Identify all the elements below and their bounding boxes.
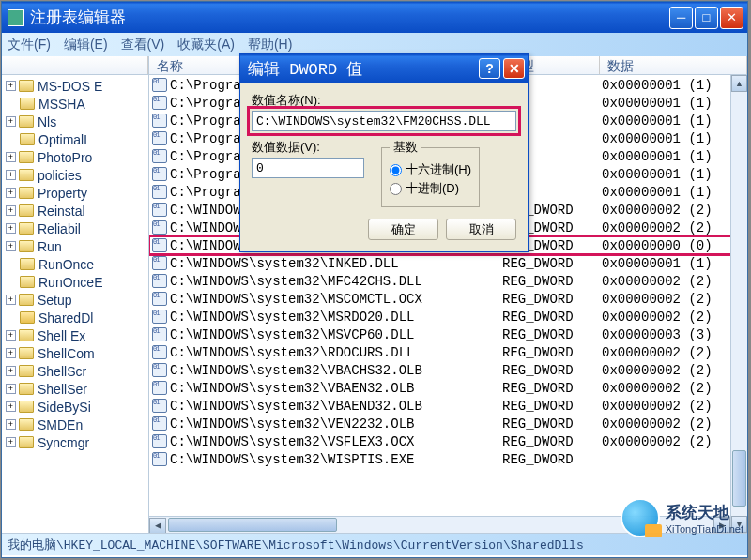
- cell-type: REG_DWORD: [502, 452, 602, 467]
- maximize-button[interactable]: □: [695, 7, 718, 29]
- tree-item[interactable]: +Shell Ex: [2, 326, 148, 344]
- vertical-scrollbar[interactable]: ▲ ▼: [730, 75, 747, 533]
- close-button[interactable]: ✕: [720, 7, 743, 29]
- folder-icon: [20, 311, 35, 324]
- tree-item[interactable]: +SMDEn: [2, 416, 148, 433]
- tree-item[interactable]: OptimalL: [2, 130, 148, 148]
- expand-icon[interactable]: +: [6, 170, 16, 180]
- list-row[interactable]: C:\WINDOWS\system32\VBAEN32.OLBREG_DWORD…: [149, 379, 747, 397]
- tree-label: Reliabil: [38, 221, 81, 236]
- cell-data: 0x00000002 (2): [602, 416, 713, 431]
- expand-icon[interactable]: +: [6, 295, 16, 305]
- ok-button[interactable]: 确定: [368, 219, 438, 240]
- minimize-button[interactable]: ─: [669, 7, 693, 29]
- watermark-line2: XiTongTianDi.net: [666, 523, 743, 535]
- cell-data: 0x00000002 (2): [602, 310, 713, 325]
- expand-icon[interactable]: +: [6, 152, 16, 162]
- watermark-icon: [621, 498, 660, 537]
- list-row[interactable]: C:\WINDOWS\system32\INKED.DLLREG_DWORD0x…: [149, 254, 747, 272]
- cancel-button[interactable]: 取消: [446, 219, 516, 240]
- dialog-help-button[interactable]: ?: [479, 58, 500, 79]
- folder-icon: [19, 436, 34, 448]
- expand-icon[interactable]: +: [6, 223, 16, 234]
- tree-label: Reinstal: [38, 204, 85, 219]
- expand-icon[interactable]: +: [6, 348, 16, 358]
- tree-label: Nls: [38, 114, 56, 129]
- tree-item[interactable]: RunOnceE: [2, 273, 148, 291]
- expand-icon[interactable]: +: [6, 384, 16, 394]
- tree-item[interactable]: MSSHA: [2, 95, 148, 113]
- cell-data: 0x00000001 (1): [602, 149, 713, 164]
- binary-icon: [152, 381, 167, 395]
- list-row[interactable]: C:\WINDOWS\system32\VBAEND32.OLBREG_DWOR…: [149, 397, 747, 415]
- binary-icon: [152, 78, 167, 92]
- tree-label: SideBySi: [38, 400, 91, 415]
- list-row[interactable]: C:\WINDOWS\system32\MSRDO20.DLLREG_DWORD…: [149, 308, 747, 325]
- scroll-thumb-h[interactable]: [168, 518, 337, 532]
- tree-item[interactable]: RunOnce: [2, 255, 148, 273]
- tree-item[interactable]: +Property: [2, 184, 148, 202]
- tree-item[interactable]: +policies: [2, 166, 148, 184]
- menu-file[interactable]: 文件(F): [8, 37, 51, 53]
- tree-label: Setup: [38, 293, 72, 308]
- hex-radio[interactable]: [390, 164, 402, 176]
- expand-icon[interactable]: +: [6, 366, 16, 376]
- edit-dword-dialog: 编辑 DWORD 值 ? ✕ 数值名称(N): 数值数据(V): 基数 十六进制…: [239, 53, 529, 252]
- expand-icon[interactable]: +: [6, 241, 16, 251]
- expand-icon[interactable]: +: [6, 205, 16, 216]
- list-row[interactable]: C:\WINDOWS\system32\WISPTIS.EXEREG_DWORD: [149, 450, 747, 468]
- menu-view[interactable]: 查看(V): [121, 37, 165, 53]
- tree-item[interactable]: +ShellScr: [2, 362, 148, 380]
- tree-item[interactable]: +Run: [2, 237, 148, 255]
- tree-item[interactable]: +PhotoPro: [2, 148, 148, 166]
- list-row[interactable]: C:\WINDOWS\system32\RDOCURS.DLLREG_DWORD…: [149, 343, 747, 361]
- tree-item[interactable]: +Syncmgr: [2, 433, 148, 451]
- tree-item[interactable]: SharedDl: [2, 309, 148, 326]
- tree-item[interactable]: +Reliabil: [2, 219, 148, 237]
- expand-icon[interactable]: +: [6, 437, 16, 447]
- tree-item[interactable]: +Nls: [2, 113, 148, 130]
- tree-item[interactable]: +SideBySi: [2, 398, 148, 416]
- expand-icon[interactable]: +: [6, 401, 16, 412]
- tree-item[interactable]: +ShellCom: [2, 344, 148, 362]
- value-data-input[interactable]: [252, 158, 364, 178]
- tree-item[interactable]: +Setup: [2, 291, 148, 309]
- list-row[interactable]: C:\WINDOWS\system32\VSFLEX3.OCXREG_DWORD…: [149, 432, 747, 450]
- dialog-close-button[interactable]: ✕: [503, 58, 525, 79]
- list-row[interactable]: C:\WINDOWS\system32\VEN2232.OLBREG_DWORD…: [149, 415, 747, 432]
- menu-edit[interactable]: 编辑(E): [64, 37, 108, 53]
- list-row[interactable]: C:\WINDOWS\system32\MSCOMCTL.OCXREG_DWOR…: [149, 290, 747, 308]
- col-data[interactable]: 数据: [600, 56, 747, 74]
- binary-icon: [152, 345, 167, 359]
- scroll-left-icon[interactable]: ◀: [149, 518, 166, 534]
- expand-icon[interactable]: +: [6, 81, 16, 91]
- cell-data: 0x00000002 (2): [602, 434, 713, 449]
- cell-data: 0x00000002 (2): [602, 292, 713, 307]
- tree-item[interactable]: +Reinstal: [2, 202, 148, 219]
- expand-icon[interactable]: +: [6, 188, 16, 198]
- value-name-input[interactable]: [252, 111, 516, 131]
- expand-icon[interactable]: +: [6, 419, 16, 430]
- menu-help[interactable]: 帮助(H): [248, 37, 292, 53]
- cell-data: 0x00000002 (2): [602, 399, 713, 414]
- expand-icon[interactable]: +: [6, 116, 16, 127]
- list-row[interactable]: C:\WINDOWS\system32\MFC42CHS.DLLREG_DWOR…: [149, 272, 747, 290]
- cell-name: C:\WINDOWS\system32\VEN2232.OLB: [170, 416, 502, 431]
- binary-icon: [152, 310, 167, 324]
- tree-item[interactable]: +MS-DOS E: [2, 77, 148, 95]
- cell-data: 0x00000001 (1): [602, 185, 713, 200]
- folder-icon: [19, 115, 34, 128]
- cell-data: 0x00000002 (2): [602, 381, 713, 396]
- list-row[interactable]: C:\WINDOWS\system32\VBACHS32.OLBREG_DWOR…: [149, 361, 747, 379]
- expand-icon[interactable]: +: [6, 330, 16, 341]
- value-data-label: 数值数据(V):: [252, 139, 364, 156]
- scroll-up-icon[interactable]: ▲: [731, 75, 747, 92]
- dialog-titlebar: 编辑 DWORD 值 ? ✕: [240, 54, 528, 83]
- list-row[interactable]: C:\WINDOWS\system32\MSVCP60.DLLREG_DWORD…: [149, 325, 747, 343]
- menu-favorites[interactable]: 收藏夹(A): [177, 37, 235, 53]
- cell-name: C:\WINDOWS\system32\MSCOMCTL.OCX: [170, 292, 502, 307]
- binary-icon: [152, 452, 167, 466]
- cell-data: 0x00000000 (0): [602, 238, 713, 253]
- tree-item[interactable]: +ShellSer: [2, 380, 148, 398]
- dec-radio[interactable]: [390, 183, 402, 195]
